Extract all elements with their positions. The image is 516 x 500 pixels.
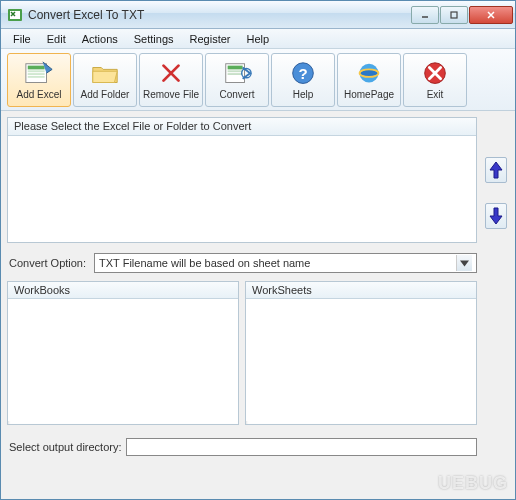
menu-register[interactable]: Register <box>182 31 239 47</box>
menu-settings[interactable]: Settings <box>126 31 182 47</box>
file-list-panel: Please Select the Excel File or Folder t… <box>7 117 477 243</box>
move-down-button[interactable] <box>485 203 507 229</box>
menu-help[interactable]: Help <box>239 31 278 47</box>
books-sheets-row: WorkBooks WorkSheets <box>7 281 477 425</box>
workbooks-panel: WorkBooks <box>7 281 239 425</box>
main-column: Please Select the Excel File or Folder t… <box>7 117 477 493</box>
convert-option-dropdown[interactable]: TXT Filename will be based on sheet name <box>94 253 477 273</box>
app-icon <box>7 7 23 23</box>
svg-rect-3 <box>451 12 457 18</box>
svg-rect-10 <box>228 66 243 70</box>
menu-edit[interactable]: Edit <box>39 31 74 47</box>
svg-rect-8 <box>28 76 45 78</box>
minimize-button[interactable] <box>411 6 439 24</box>
remove-file-button[interactable]: Remove File <box>139 53 203 107</box>
help-label: Help <box>293 89 314 100</box>
content-area: Please Select the Excel File or Folder t… <box>1 111 515 499</box>
svg-rect-7 <box>28 73 45 75</box>
reorder-column <box>483 117 509 493</box>
convert-button[interactable]: Convert <box>205 53 269 107</box>
add-excel-label: Add Excel <box>16 89 61 100</box>
output-directory-field[interactable] <box>126 438 477 456</box>
exit-button[interactable]: Exit <box>403 53 467 107</box>
convert-label: Convert <box>219 89 254 100</box>
exit-label: Exit <box>427 89 444 100</box>
svg-text:?: ? <box>298 65 307 82</box>
svg-rect-11 <box>228 70 243 72</box>
worksheets-panel: WorkSheets <box>245 281 477 425</box>
remove-file-label: Remove File <box>143 89 199 100</box>
exit-icon <box>420 59 450 87</box>
excel-icon <box>24 59 54 87</box>
app-window: Convert Excel To TXT File Edit Actions S… <box>0 0 516 500</box>
dropdown-value: TXT Filename will be based on sheet name <box>99 257 456 269</box>
svg-rect-5 <box>28 66 45 70</box>
window-title: Convert Excel To TXT <box>28 8 411 22</box>
convert-option-row: Convert Option: TXT Filename will be bas… <box>7 251 477 275</box>
maximize-button[interactable] <box>440 6 468 24</box>
menubar: File Edit Actions Settings Register Help <box>1 29 515 49</box>
remove-icon <box>156 59 186 87</box>
help-button[interactable]: ? Help <box>271 53 335 107</box>
homepage-button[interactable]: HomePage <box>337 53 401 107</box>
move-up-button[interactable] <box>485 157 507 183</box>
add-folder-label: Add Folder <box>81 89 130 100</box>
add-folder-button[interactable]: Add Folder <box>73 53 137 107</box>
worksheets-list[interactable] <box>246 299 476 421</box>
close-button[interactable] <box>469 6 513 24</box>
window-controls <box>411 6 513 24</box>
svg-rect-6 <box>28 70 45 72</box>
titlebar: Convert Excel To TXT <box>1 1 515 29</box>
worksheets-header: WorkSheets <box>246 282 476 299</box>
menu-actions[interactable]: Actions <box>74 31 126 47</box>
workbooks-list[interactable] <box>8 299 238 421</box>
help-icon: ? <box>288 59 318 87</box>
convert-icon <box>222 59 252 87</box>
homepage-label: HomePage <box>344 89 394 100</box>
toolbar: Add Excel Add Folder Remove File Convert… <box>1 49 515 111</box>
workbooks-header: WorkBooks <box>8 282 238 299</box>
convert-option-label: Convert Option: <box>7 257 86 269</box>
file-list-header: Please Select the Excel File or Folder t… <box>8 118 476 136</box>
add-excel-button[interactable]: Add Excel <box>7 53 71 107</box>
svg-rect-12 <box>228 73 243 75</box>
output-label: Select output directory: <box>7 441 122 453</box>
chevron-down-icon <box>456 255 472 271</box>
ie-icon <box>354 59 384 87</box>
folder-icon <box>90 59 120 87</box>
menu-file[interactable]: File <box>5 31 39 47</box>
file-list-body[interactable] <box>8 136 476 242</box>
output-row: Select output directory: <box>7 435 477 459</box>
